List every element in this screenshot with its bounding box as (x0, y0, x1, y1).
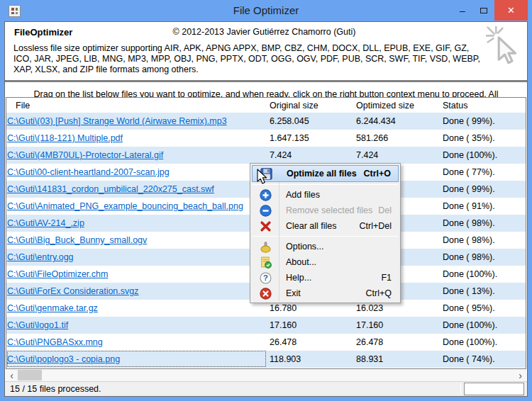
table-row[interactable]: C:\Guti\logo1.tif17.16017.160Done (100%)… (6, 317, 526, 334)
minimize-button[interactable]: – (452, 0, 473, 21)
file-cell: C:\Guti\AV-214_.zip (6, 218, 269, 228)
menu-item-shortcut: Del (378, 205, 399, 215)
menu-item-optimize-all-files[interactable]: Optimize all filesCtrl+O (252, 165, 399, 182)
file-cell: C:\Guti\141831_cordon_umbilical_220x275_… (6, 184, 269, 194)
file-cell: C:\Guti\entry.ogg (6, 252, 269, 262)
title-bar: File Optimizer – ✕ (0, 0, 532, 21)
menu-item-label: Exit (279, 288, 366, 298)
file-cell: C:\Guti\poplogo3 - copia.png (6, 354, 269, 364)
table-row[interactable]: C:\Guti\(03) [Push] Strange World (Airwa… (6, 113, 526, 130)
status-bar: 15 / 15 files processed. (5, 381, 527, 396)
file-status: Done ( 99%). (442, 116, 526, 126)
file-status: Done ( 98%). (442, 235, 526, 245)
table-row[interactable]: C:\Guti\(4MB70UL)-Protector-Lateral.gif7… (6, 147, 526, 164)
menu-item-shortcut: Ctrl+Q (366, 288, 399, 298)
maximize-icon (480, 8, 487, 13)
menu-item-add-files[interactable]: Add files (252, 187, 399, 203)
file-status: Done ( 77%). (442, 167, 526, 177)
table-row[interactable]: C:\Guti\poplogo3 - copia.png118.90388.93… (6, 351, 526, 368)
file-optimized-size: 6.244.434 (355, 116, 442, 126)
file-status: Done ( 91%). (442, 201, 526, 211)
table-header-row: File Original size Optimized size Status (6, 98, 526, 113)
file-original-size: 118.903 (269, 354, 355, 364)
column-header-file[interactable]: File (6, 101, 269, 111)
app-name: FileOptimizer (14, 27, 72, 38)
file-status: Done (100%). (442, 337, 526, 347)
column-header-original-size[interactable]: Original size (269, 101, 355, 111)
horizontal-scrollbar[interactable]: ‹ › (6, 369, 526, 381)
file-original-size: 16.780 (269, 303, 355, 313)
column-header-status[interactable]: Status (442, 101, 526, 111)
file-original-size: 7.424 (269, 150, 355, 160)
file-status: Done ( 99%). (442, 184, 526, 194)
file-cell: C:\Guti\(03) [Push] Strange World (Airwa… (6, 116, 269, 126)
file-original-size: 1.647.135 (269, 133, 355, 143)
menu-item-shortcut: Ctrl+Del (360, 221, 399, 231)
file-link[interactable]: C:\Guti\AV-214_.zip (7, 218, 84, 228)
scroll-right-arrow[interactable]: › (514, 369, 526, 381)
exit-icon (252, 288, 279, 300)
statusbar-divider (460, 383, 461, 395)
file-link[interactable]: C:\Guti\PNGBASxx.mng (7, 337, 103, 347)
file-link[interactable]: C:\Guti\00-client-heartland-2007-scan.jp… (7, 167, 170, 177)
menu-item-label: Remove selected files (279, 205, 378, 215)
save-icon (253, 168, 279, 180)
clear-icon (252, 220, 279, 232)
column-header-optimized-size[interactable]: Optimized size (355, 101, 442, 111)
file-cell: C:\Guti\genmake.tar.gz (6, 303, 269, 313)
progress-bar (464, 383, 524, 395)
file-status: Done ( 98%). (442, 252, 526, 262)
file-optimized-size: 26.478 (355, 337, 442, 347)
file-link[interactable]: C:\Guti\Animated_PNG_example_bouncing_be… (7, 201, 243, 211)
status-text: 15 / 15 files processed. (10, 384, 101, 394)
file-link[interactable]: C:\Guti\entry.ogg (7, 252, 74, 262)
file-link[interactable]: C:\Guti\logo1.tif (7, 320, 68, 330)
file-link[interactable]: C:\Guti\141831_cordon_umbilical_220x275_… (7, 184, 214, 194)
menu-item-shortcut: Ctrl+O (363, 169, 398, 179)
menu-item-help[interactable]: ?Help...F1 (252, 270, 399, 286)
menu-item-about[interactable]: About... (252, 254, 399, 270)
file-optimized-size: 17.160 (355, 320, 442, 330)
scrollbar-thumb[interactable] (18, 370, 42, 380)
file-cell: C:\Guti\Animated_PNG_example_bouncing_be… (6, 201, 269, 211)
file-original-size: 17.160 (269, 320, 355, 330)
file-link[interactable]: C:\Guti\ForEx Consideration.svgz (7, 286, 139, 296)
file-cell: C:\Guti\ForEx Consideration.svgz (6, 286, 269, 296)
menu-item-label: About... (279, 257, 392, 267)
table-row[interactable]: C:\Guti\(118-121) Multiple.pdf1.647.1355… (6, 130, 526, 147)
file-optimized-size: 7.424 (355, 150, 442, 160)
menu-item-label: Add files (279, 190, 392, 200)
file-optimized-size: 88.931 (355, 354, 442, 364)
file-link[interactable]: C:\Guti\(118-121) Multiple.pdf (7, 133, 123, 143)
table-row[interactable]: C:\Guti\PNGBASxx.mng26.47826.478Done (10… (6, 334, 526, 351)
file-status: Done (100%). (442, 269, 526, 279)
help-icon: ? (252, 272, 279, 284)
file-status: Done ( 35%). (442, 133, 526, 143)
menu-item-clear-all-files[interactable]: Clear all filesCtrl+Del (252, 218, 399, 234)
scroll-left-arrow[interactable]: ‹ (6, 369, 18, 381)
minimize-icon: – (460, 5, 465, 16)
file-link[interactable]: C:\Guti\FileOptimizer.chm (7, 269, 108, 279)
menu-item-label: Help... (279, 273, 381, 283)
file-optimized-size: 16.023 (355, 303, 442, 313)
file-link[interactable]: C:\Guti\Big_Buck_Bunny_small.ogv (7, 235, 147, 245)
close-button[interactable]: ✕ (494, 0, 528, 21)
maximize-button[interactable] (473, 0, 494, 21)
menu-item-exit[interactable]: ExitCtrl+Q (252, 286, 399, 301)
remove-icon (252, 205, 279, 217)
svg-text:?: ? (263, 273, 268, 282)
file-link[interactable]: C:\Guti\genmake.tar.gz (7, 303, 98, 313)
menu-item-options[interactable]: Options... (252, 239, 399, 254)
file-status: Done (100%). (442, 150, 526, 160)
cursor-logo-icon (486, 26, 523, 67)
file-link[interactable]: C:\Guti\poplogo3 - copia.png (7, 354, 120, 364)
add-icon (252, 189, 279, 201)
close-icon: ✕ (507, 5, 515, 16)
file-cell: C:\Guti\00-client-heartland-2007-scan.jp… (6, 167, 269, 177)
menu-separator (253, 236, 398, 237)
file-status: Done ( 13%). (442, 286, 526, 296)
file-status: Done ( 95%). (442, 303, 526, 313)
file-link[interactable]: C:\Guti\(03) [Push] Strange World (Airwa… (7, 116, 227, 126)
file-cell: C:\Guti\PNGBASxx.mng (6, 337, 269, 347)
file-link[interactable]: C:\Guti\(4MB70UL)-Protector-Lateral.gif (7, 150, 163, 160)
